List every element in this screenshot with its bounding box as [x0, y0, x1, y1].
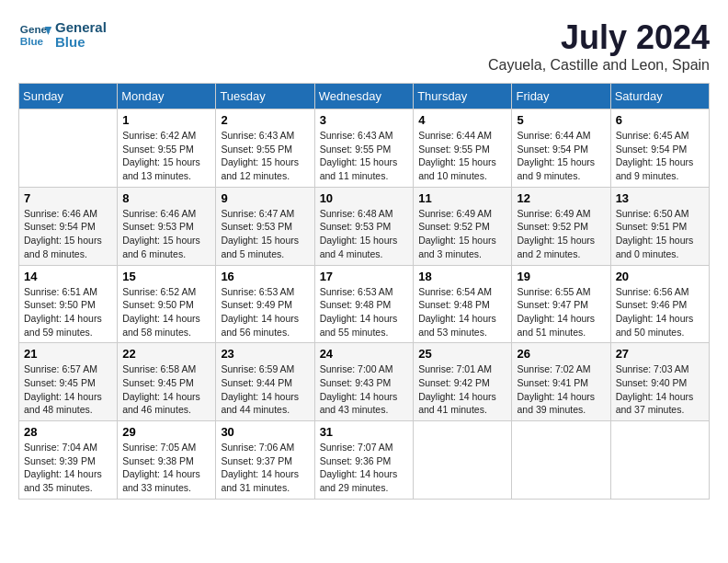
cell-daylight-text: Sunrise: 6:52 AMSunset: 9:50 PMDaylight:… — [122, 285, 210, 339]
day-number: 28 — [24, 425, 112, 439]
calendar-week-row: 1Sunrise: 6:42 AMSunset: 9:55 PMDaylight… — [19, 109, 710, 188]
day-number: 27 — [616, 347, 704, 361]
calendar-cell: 18Sunrise: 6:54 AMSunset: 9:48 PMDayligh… — [414, 265, 512, 343]
day-number: 21 — [24, 347, 112, 361]
logo-text-blue: Blue — [55, 35, 107, 51]
cell-daylight-text: Sunrise: 6:43 AMSunset: 9:55 PMDaylight:… — [320, 129, 409, 183]
day-number: 31 — [320, 425, 409, 439]
cell-daylight-text: Sunrise: 6:53 AMSunset: 9:49 PMDaylight:… — [221, 285, 309, 339]
calendar-cell: 29Sunrise: 7:05 AMSunset: 9:38 PMDayligh… — [118, 421, 216, 500]
calendar-cell: 31Sunrise: 7:07 AMSunset: 9:36 PMDayligh… — [314, 421, 414, 500]
calendar-cell — [512, 421, 610, 500]
page-header: General Blue General Blue July 2024 Cayu… — [18, 18, 710, 74]
day-number: 19 — [517, 270, 605, 283]
month-title: July 2024 — [488, 18, 710, 57]
calendar-cell: 5Sunrise: 6:44 AMSunset: 9:54 PMDaylight… — [512, 109, 610, 188]
day-number: 25 — [418, 347, 506, 361]
cell-daylight-text: Sunrise: 6:57 AMSunset: 9:45 PMDaylight:… — [24, 362, 112, 417]
cell-daylight-text: Sunrise: 6:55 AMSunset: 9:47 PMDaylight:… — [517, 285, 605, 339]
day-number: 3 — [320, 113, 409, 127]
cell-daylight-text: Sunrise: 7:01 AMSunset: 9:42 PMDaylight:… — [418, 362, 506, 417]
calendar-week-row: 14Sunrise: 6:51 AMSunset: 9:50 PMDayligh… — [19, 265, 710, 343]
calendar-cell: 28Sunrise: 7:04 AMSunset: 9:39 PMDayligh… — [19, 421, 118, 500]
cell-daylight-text: Sunrise: 7:02 AMSunset: 9:41 PMDaylight:… — [517, 362, 605, 417]
day-number: 15 — [122, 270, 210, 283]
logo-icon: General Blue — [18, 18, 51, 52]
calendar-cell: 2Sunrise: 6:43 AMSunset: 9:55 PMDaylight… — [216, 109, 314, 188]
calendar-day-header: Monday — [118, 84, 216, 109]
calendar-cell: 23Sunrise: 6:59 AMSunset: 9:44 PMDayligh… — [216, 343, 314, 421]
cell-daylight-text: Sunrise: 6:49 AMSunset: 9:52 PMDaylight:… — [418, 207, 506, 261]
day-number: 1 — [122, 113, 210, 127]
cell-daylight-text: Sunrise: 7:05 AMSunset: 9:38 PMDaylight:… — [122, 441, 210, 495]
cell-daylight-text: Sunrise: 6:49 AMSunset: 9:52 PMDaylight:… — [517, 207, 605, 261]
cell-daylight-text: Sunrise: 6:43 AMSunset: 9:55 PMDaylight:… — [221, 129, 309, 183]
cell-daylight-text: Sunrise: 6:46 AMSunset: 9:54 PMDaylight:… — [24, 207, 112, 261]
day-number: 16 — [221, 270, 309, 283]
calendar-cell: 6Sunrise: 6:45 AMSunset: 9:54 PMDaylight… — [610, 109, 709, 188]
cell-daylight-text: Sunrise: 6:53 AMSunset: 9:48 PMDaylight:… — [320, 285, 409, 339]
calendar-cell: 4Sunrise: 6:44 AMSunset: 9:55 PMDaylight… — [414, 109, 512, 188]
cell-daylight-text: Sunrise: 6:46 AMSunset: 9:53 PMDaylight:… — [122, 207, 210, 261]
day-number: 13 — [616, 191, 704, 205]
day-number: 11 — [418, 191, 506, 205]
calendar-cell: 24Sunrise: 7:00 AMSunset: 9:43 PMDayligh… — [314, 343, 414, 421]
calendar-cell: 11Sunrise: 6:49 AMSunset: 9:52 PMDayligh… — [414, 187, 512, 265]
calendar-day-header: Friday — [512, 84, 610, 109]
calendar-week-row: 21Sunrise: 6:57 AMSunset: 9:45 PMDayligh… — [19, 343, 710, 421]
calendar-cell: 25Sunrise: 7:01 AMSunset: 9:42 PMDayligh… — [414, 343, 512, 421]
calendar-week-row: 7Sunrise: 6:46 AMSunset: 9:54 PMDaylight… — [19, 187, 710, 265]
calendar-week-row: 28Sunrise: 7:04 AMSunset: 9:39 PMDayligh… — [19, 421, 710, 500]
calendar-cell: 16Sunrise: 6:53 AMSunset: 9:49 PMDayligh… — [216, 265, 314, 343]
cell-daylight-text: Sunrise: 6:58 AMSunset: 9:45 PMDaylight:… — [122, 362, 210, 417]
calendar-cell: 10Sunrise: 6:48 AMSunset: 9:53 PMDayligh… — [314, 187, 414, 265]
day-number: 4 — [418, 113, 506, 127]
logo: General Blue General Blue — [18, 18, 107, 52]
cell-daylight-text: Sunrise: 7:03 AMSunset: 9:40 PMDaylight:… — [616, 362, 704, 417]
calendar-cell — [414, 421, 512, 500]
logo-text-general: General — [55, 20, 107, 36]
location-title: Cayuela, Castille and Leon, Spain — [488, 57, 710, 74]
day-number: 5 — [517, 113, 605, 127]
day-number: 12 — [517, 191, 605, 205]
day-number: 22 — [122, 347, 210, 361]
day-number: 23 — [221, 347, 309, 361]
calendar-day-header: Sunday — [19, 84, 118, 109]
calendar-table: SundayMondayTuesdayWednesdayThursdayFrid… — [18, 83, 710, 500]
calendar-cell: 3Sunrise: 6:43 AMSunset: 9:55 PMDaylight… — [314, 109, 414, 188]
calendar-cell: 22Sunrise: 6:58 AMSunset: 9:45 PMDayligh… — [118, 343, 216, 421]
calendar-cell — [610, 421, 709, 500]
calendar-day-header: Saturday — [610, 84, 709, 109]
cell-daylight-text: Sunrise: 6:56 AMSunset: 9:46 PMDaylight:… — [616, 285, 704, 339]
title-area: July 2024 Cayuela, Castille and Leon, Sp… — [488, 18, 710, 74]
cell-daylight-text: Sunrise: 6:42 AMSunset: 9:55 PMDaylight:… — [122, 129, 210, 183]
day-number: 17 — [320, 270, 409, 283]
day-number: 6 — [616, 113, 704, 127]
cell-daylight-text: Sunrise: 6:47 AMSunset: 9:53 PMDaylight:… — [221, 207, 309, 261]
calendar-cell: 7Sunrise: 6:46 AMSunset: 9:54 PMDaylight… — [19, 187, 118, 265]
cell-daylight-text: Sunrise: 6:51 AMSunset: 9:50 PMDaylight:… — [24, 285, 112, 339]
calendar-cell: 13Sunrise: 6:50 AMSunset: 9:51 PMDayligh… — [610, 187, 709, 265]
cell-daylight-text: Sunrise: 6:54 AMSunset: 9:48 PMDaylight:… — [418, 285, 506, 339]
day-number: 30 — [221, 425, 309, 439]
calendar-cell: 12Sunrise: 6:49 AMSunset: 9:52 PMDayligh… — [512, 187, 610, 265]
svg-text:Blue: Blue — [20, 35, 44, 47]
calendar-cell: 9Sunrise: 6:47 AMSunset: 9:53 PMDaylight… — [216, 187, 314, 265]
day-number: 18 — [418, 270, 506, 283]
calendar-day-header: Thursday — [414, 84, 512, 109]
cell-daylight-text: Sunrise: 7:06 AMSunset: 9:37 PMDaylight:… — [221, 441, 309, 495]
calendar-cell: 26Sunrise: 7:02 AMSunset: 9:41 PMDayligh… — [512, 343, 610, 421]
cell-daylight-text: Sunrise: 6:48 AMSunset: 9:53 PMDaylight:… — [320, 207, 409, 261]
day-number: 10 — [320, 191, 409, 205]
calendar-cell: 14Sunrise: 6:51 AMSunset: 9:50 PMDayligh… — [19, 265, 118, 343]
cell-daylight-text: Sunrise: 7:04 AMSunset: 9:39 PMDaylight:… — [24, 441, 112, 495]
calendar-header-row: SundayMondayTuesdayWednesdayThursdayFrid… — [19, 84, 710, 109]
cell-daylight-text: Sunrise: 6:59 AMSunset: 9:44 PMDaylight:… — [221, 362, 309, 417]
calendar-cell: 1Sunrise: 6:42 AMSunset: 9:55 PMDaylight… — [118, 109, 216, 188]
calendar-cell — [19, 109, 118, 188]
calendar-cell: 21Sunrise: 6:57 AMSunset: 9:45 PMDayligh… — [19, 343, 118, 421]
calendar-day-header: Wednesday — [314, 84, 414, 109]
day-number: 8 — [122, 191, 210, 205]
calendar-cell: 20Sunrise: 6:56 AMSunset: 9:46 PMDayligh… — [610, 265, 709, 343]
calendar-day-header: Tuesday — [216, 84, 314, 109]
